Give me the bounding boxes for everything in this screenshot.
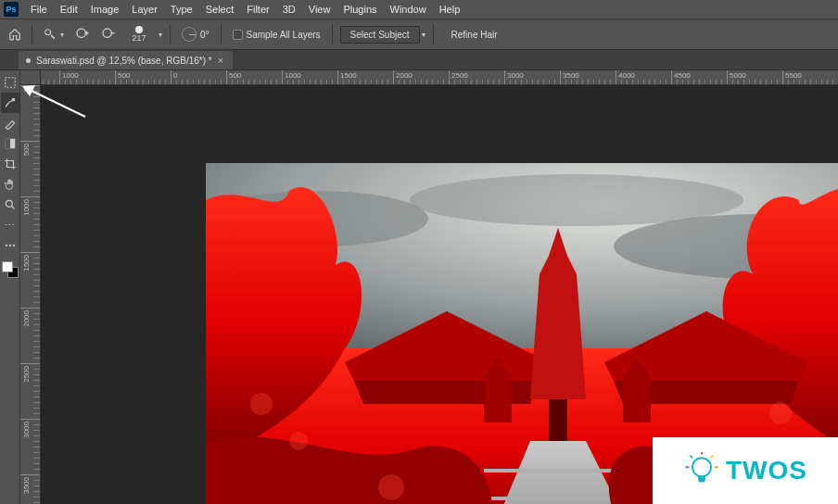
add-selection-icon[interactable] [71,22,94,46]
tool-panel: ⋯ [0,70,20,504]
document-tab-bar: Saraswati.psd @ 12,5% (base, RGB/16*) * … [0,50,838,70]
ruler-tick: 5000 [727,70,782,84]
menu-type[interactable]: Type [164,4,199,15]
lightbulb-icon [683,452,720,489]
vertical-ruler[interactable]: 0500100015002000250030003500 [20,70,41,504]
close-icon[interactable]: × [218,55,223,66]
menu-edit[interactable]: Edit [54,4,84,15]
chevron-down-icon: ▾ [60,31,64,39]
svg-point-7 [6,200,12,207]
app-logo: Ps [4,2,19,17]
menu-image[interactable]: Image [84,4,126,15]
angle-dial-icon[interactable] [182,27,197,42]
separator [221,24,222,44]
sample-all-layers-toggle[interactable]: Sample All Layers [229,22,324,46]
document-tab[interactable]: Saraswati.psd @ 12,5% (base, RGB/16*) * … [19,51,233,69]
ruler-tick: 5500 [782,70,838,84]
menu-plugins[interactable]: Plugins [336,4,383,15]
brush-tool[interactable] [1,113,19,133]
more-tools[interactable]: ⋯ [1,215,19,235]
svg-point-27 [692,458,711,476]
document-tab-title: Saraswati.psd @ 12,5% (base, RGB/16*) * [36,56,212,66]
ruler-tick: 0 [171,70,226,84]
svg-point-19 [250,393,273,415]
ruler-tick: 2500 [449,70,504,84]
menu-select[interactable]: Select [199,4,241,15]
svg-point-22 [769,402,792,424]
horizontal-ruler[interactable]: 1500100050005001000150020002500300035004… [41,70,838,85]
chevron-down-icon[interactable]: ▾ [159,31,162,39]
rect-marquee-tool[interactable] [1,72,19,93]
ruler-tick: 500 [115,70,171,84]
options-bar: ▾ 217 ▾ 0° Sample All Layers Select Subj… [0,19,838,50]
ruler-tick: 1000 [282,70,337,84]
separator [32,24,32,44]
menu-help[interactable]: Help [433,4,467,15]
ruler-tick: 3500 [560,70,616,84]
brush-angle[interactable]: 0° [178,22,213,46]
ruler-tick: 500 [20,141,40,196]
svg-line-30 [691,456,693,459]
menu-window[interactable]: Window [384,4,433,15]
angle-value[interactable]: 0° [200,30,210,40]
ruler-tick: 1500 [41,70,59,84]
chevron-down-icon[interactable]: ▾ [422,31,425,39]
checkbox-icon[interactable] [233,30,243,40]
svg-point-4 [11,98,15,102]
svg-rect-6 [5,139,9,149]
svg-rect-3 [5,78,15,88]
menu-file[interactable]: File [24,4,54,15]
quick-selection-tool[interactable] [1,93,19,113]
ruler-tick: 0 [20,85,40,141]
separator [332,24,333,44]
tool-preset-picker[interactable]: ▾ [40,22,68,46]
ruler-tick: 3500 [20,474,40,504]
ruler-tick: 2000 [20,308,40,363]
brush-size-value: 217 [132,33,146,43]
ruler-tick: 1500 [337,70,393,84]
menu-filter[interactable]: Filter [240,4,275,15]
zoom-tool[interactable] [1,195,19,215]
menu-3d[interactable]: 3D [276,4,302,15]
crop-tool[interactable] [1,154,19,174]
color-swatches[interactable] [2,261,19,278]
ruler-tick: 4000 [616,70,671,84]
ruler-tick: 1000 [59,70,115,84]
gradient-tool[interactable] [1,133,19,154]
ruler-tick: 4500 [671,70,727,84]
foreground-color-swatch[interactable] [2,261,13,272]
unsaved-dot-icon [26,58,31,63]
svg-point-2 [103,29,111,37]
menu-layer[interactable]: Layer [125,4,164,15]
ruler-tick: 2500 [20,363,40,419]
edit-toolbar[interactable] [1,235,19,256]
refine-hair-button[interactable]: Refine Hair [441,26,508,44]
subtract-selection-icon[interactable] [97,22,120,46]
ruler-tick: 2000 [393,70,449,84]
brush-preview[interactable]: 217 [123,22,155,46]
separator [170,24,171,44]
menu-view[interactable]: View [302,4,337,15]
separator [433,24,434,44]
svg-point-1 [77,29,85,37]
svg-line-29 [711,456,714,459]
svg-point-8 [5,245,6,246]
svg-point-21 [378,474,404,500]
svg-point-0 [45,30,51,35]
ruler-corner [20,70,41,85]
svg-point-20 [289,432,308,450]
ruler-tick: 500 [226,70,282,84]
select-subject-button[interactable]: Select Subject [340,26,420,44]
ruler-tick: 1000 [20,196,40,252]
watermark-text: TWOS [726,456,807,485]
svg-point-9 [8,245,10,246]
sample-all-layers-label: Sample All Layers [247,30,321,40]
home-icon[interactable] [6,25,24,44]
menu-bar: Ps File Edit Image Layer Type Select Fil… [0,0,838,19]
ruler-tick: 3000 [20,419,40,474]
ruler-tick: 1500 [20,252,40,308]
ruler-tick: 3000 [504,70,560,84]
hand-tool[interactable] [1,174,19,195]
watermark-logo: TWOS [653,437,838,504]
brush-dot-icon [135,26,143,33]
